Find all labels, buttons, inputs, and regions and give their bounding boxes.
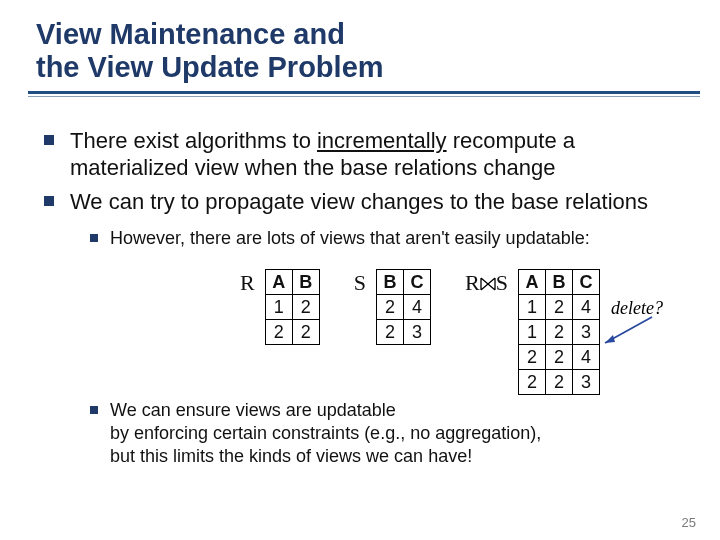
cell: 2 (377, 319, 404, 344)
sub-bullet-list: However, there are lots of views that ar… (90, 227, 690, 250)
cell: 2 (265, 319, 292, 344)
join-icon (480, 277, 496, 291)
col-header: B (545, 269, 572, 294)
bullet-list: There exist algorithms to incrementally … (44, 127, 690, 469)
slide: View Maintenance and the View Update Pro… (0, 0, 720, 540)
cell: 3 (404, 319, 431, 344)
col-header: C (404, 269, 431, 294)
cell: 2 (518, 344, 545, 369)
sub-bullet-1: However, there are lots of views that ar… (90, 227, 690, 250)
table-row: 2 2 3 (518, 369, 599, 394)
cell: 2 (292, 319, 319, 344)
relation-s-table: B C 2 4 2 3 (376, 269, 431, 345)
bullet-2-text: We can try to propagate view changes to … (70, 189, 648, 214)
table-row: 2 2 4 (518, 344, 599, 369)
cell: 1 (265, 294, 292, 319)
col-header: B (377, 269, 404, 294)
title-line-1: View Maintenance and (36, 18, 345, 50)
table-row: 2 2 (265, 319, 319, 344)
svg-marker-1 (605, 335, 615, 343)
cell: 1 (518, 294, 545, 319)
relation-rs-table: A B C 1 2 4 1 2 (518, 269, 600, 395)
table-row: 1 2 (265, 294, 319, 319)
relation-rs: RS A B C 1 2 4 (465, 269, 600, 395)
col-header: A (265, 269, 292, 294)
cell: 3 (572, 369, 599, 394)
title-line-2: the View Update Problem (36, 51, 384, 83)
sub-bullet-2a: We can ensure views are updatable (110, 400, 396, 420)
table-row: 1 2 3 (518, 319, 599, 344)
cell: 2 (545, 319, 572, 344)
cell: 2 (545, 294, 572, 319)
relation-s: S B C 2 4 2 3 (354, 269, 431, 345)
relation-r: R A B 1 2 2 2 (240, 269, 320, 345)
table-row: A B C (518, 269, 599, 294)
delete-annotation: delete? (611, 297, 663, 320)
bullet-1: There exist algorithms to incrementally … (44, 127, 690, 182)
relation-rs-label: RS (465, 269, 512, 297)
cell: 2 (377, 294, 404, 319)
table-row: 2 4 (377, 294, 431, 319)
sub-bullet-2: We can ensure views are updatable by enf… (90, 399, 690, 469)
cell: 4 (572, 294, 599, 319)
slide-title: View Maintenance and the View Update Pro… (36, 18, 690, 85)
cell: 1 (518, 319, 545, 344)
col-header: B (292, 269, 319, 294)
cell: 4 (572, 344, 599, 369)
bullet-1-text-pre: There exist algorithms to (70, 128, 317, 153)
cell: 2 (545, 369, 572, 394)
sub-bullet-2b: by enforcing certain constraints (e.g., … (110, 423, 541, 443)
cell: 3 (572, 319, 599, 344)
bullet-1-underlined: incrementally (317, 128, 447, 153)
title-divider (28, 91, 700, 105)
cell: 2 (292, 294, 319, 319)
bullet-2: We can try to propagate view changes to … (44, 188, 690, 469)
arrow-icon (597, 315, 657, 349)
svg-line-0 (605, 317, 652, 343)
relation-r-table: A B 1 2 2 2 (265, 269, 320, 345)
relation-s-label: S (354, 269, 370, 297)
relation-r-label: R (240, 269, 259, 297)
sub-bullet-list-2: We can ensure views are updatable by enf… (90, 399, 690, 469)
table-row: 1 2 4 (518, 294, 599, 319)
table-row: A B (265, 269, 319, 294)
col-header: A (518, 269, 545, 294)
col-header: C (572, 269, 599, 294)
page-number: 25 (682, 515, 696, 530)
cell: 4 (404, 294, 431, 319)
rs-name-post: S (496, 270, 508, 295)
rs-name-pre: R (465, 270, 480, 295)
cell: 2 (518, 369, 545, 394)
content: There exist algorithms to incrementally … (36, 127, 690, 469)
table-row: 2 3 (377, 319, 431, 344)
tables-row: R A B 1 2 2 2 (150, 269, 690, 395)
cell: 2 (545, 344, 572, 369)
sub-bullet-1-text: However, there are lots of views that ar… (110, 228, 590, 248)
table-row: B C (377, 269, 431, 294)
sub-bullet-2c: but this limits the kinds of views we ca… (110, 446, 472, 466)
